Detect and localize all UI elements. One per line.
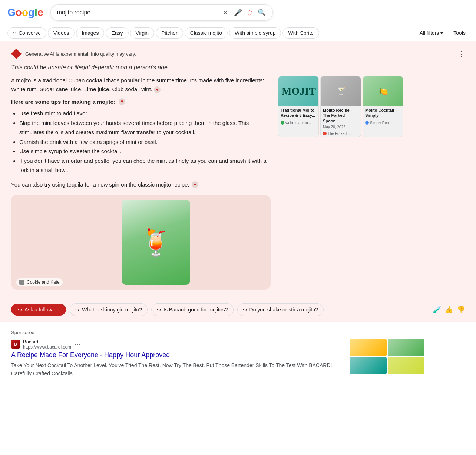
result-title-0: Traditional Mojito Recipe & 5 Easy... bbox=[278, 106, 318, 120]
ai-text-section: A mojito is a traditional Cuban cocktail… bbox=[11, 76, 271, 290]
search-icon: 🔍 bbox=[258, 9, 266, 17]
expand-tips-button[interactable]: ▾ bbox=[119, 98, 125, 105]
result-image-0: MOJIT bbox=[278, 76, 319, 106]
ad-description: Take Your Next Cocktail To Another Level… bbox=[11, 361, 343, 378]
lab-icon-button[interactable]: 🧪 bbox=[433, 306, 441, 314]
result-card-2[interactable]: 🍋 Mojito Cocktail - Simply... Simply Rec… bbox=[363, 76, 403, 137]
followup-bar: ↪ Ask a follow up ↪ What is skinny girl … bbox=[0, 297, 476, 322]
tip-item: If you don't have a mortar and pestle, y… bbox=[19, 156, 271, 175]
tab-images[interactable]: Images bbox=[76, 27, 104, 39]
ad-options-button[interactable]: ⋯ bbox=[74, 340, 81, 348]
spon-img-3 bbox=[388, 357, 424, 374]
ad-source: B Bacardi https://www.bacardi.com ⋯ bbox=[11, 339, 343, 350]
tab-with-simple-syrup[interactable]: With simple syrup bbox=[229, 27, 281, 39]
tabs-bar: ↪ Converse Videos Images Easy Virgin Pit… bbox=[0, 25, 476, 41]
result-title-2: Mojito Cocktail - Simply... bbox=[363, 106, 403, 120]
sponsored-content: B Bacardi https://www.bacardi.com ⋯ A Re… bbox=[11, 339, 465, 378]
tab-virgin[interactable]: Virgin bbox=[130, 27, 155, 39]
tip-item: Use fresh mint to add flavor. bbox=[19, 109, 271, 118]
result-image-1: 🍸 bbox=[321, 76, 361, 106]
thumbs-up-button[interactable]: 👍 bbox=[445, 306, 453, 314]
sponsored-text: B Bacardi https://www.bacardi.com ⋯ A Re… bbox=[11, 339, 343, 378]
tip-item: Garnish the drink with a few extra sprig… bbox=[19, 137, 271, 147]
ai-content: A mojito is a traditional Cuban cocktail… bbox=[11, 76, 465, 290]
tab-videos[interactable]: Videos bbox=[48, 27, 75, 39]
tip-item: Slap the mint leaves between your hands … bbox=[19, 118, 271, 137]
tab-easy[interactable]: Easy bbox=[106, 27, 128, 39]
followup-arrow-icon: ↪ bbox=[18, 307, 22, 313]
converse-icon: ↪ bbox=[13, 30, 17, 36]
credit-site-icon bbox=[19, 280, 24, 285]
advertiser-url: https://www.bacardi.com bbox=[23, 344, 71, 350]
chevron-down-icon: ▾ bbox=[440, 30, 443, 36]
tab-classic-mojito[interactable]: Classic mojito bbox=[185, 27, 228, 39]
advertiser-name: Bacardi bbox=[23, 339, 71, 344]
expand-footer-button[interactable]: ▾ bbox=[192, 181, 198, 188]
image-credit: Cookie and Kate bbox=[16, 278, 63, 286]
advertiser-icon: B bbox=[11, 340, 20, 349]
tab-with-sprite[interactable]: With Sprite bbox=[282, 27, 319, 39]
sponsored-image-grid[interactable] bbox=[350, 339, 424, 374]
ai-warning-text: This could be unsafe or illegal dependin… bbox=[11, 64, 465, 71]
suggestion-arrow-icon-2: ↪ bbox=[243, 307, 247, 313]
suggestion-btn-0[interactable]: ↪ What is skinny girl mojito? bbox=[70, 303, 148, 316]
tip-item: Use simple syrup to sweeten the cocktail… bbox=[19, 146, 271, 156]
image-strip: MOJIT Traditional Mojito Recipe & 5 Easy… bbox=[278, 76, 404, 137]
suggestion-btn-2[interactable]: ↪ Do you shake or stir a mojito? bbox=[237, 303, 324, 316]
result-date-1: May 20, 2022 bbox=[321, 125, 361, 131]
ai-disclaimer: Generative AI is experimental. Info qual… bbox=[25, 51, 454, 57]
tab-converse[interactable]: ↪ Converse bbox=[7, 27, 46, 39]
mic-icon: 🎤 bbox=[234, 9, 242, 17]
all-filters-button[interactable]: All filters ▾ bbox=[416, 28, 446, 38]
google-logo: Google bbox=[7, 7, 43, 19]
tips-heading: Here are some tips for making a mojito: … bbox=[11, 98, 271, 105]
thumbs-down-button[interactable]: 👎 bbox=[457, 306, 465, 314]
ai-result-images: MOJIT Traditional Mojito Recipe & 5 Easy… bbox=[278, 76, 404, 290]
result-source-1: The Forked ... bbox=[321, 131, 361, 137]
tab-pitcher[interactable]: Pitcher bbox=[156, 27, 183, 39]
ai-big-image[interactable]: 🍹 Cookie and Kate bbox=[11, 195, 271, 290]
lens-icon: ⬡ bbox=[247, 9, 252, 16]
ai-more-options-button[interactable]: ⋮ bbox=[457, 49, 465, 58]
ai-diamond-icon bbox=[11, 49, 22, 59]
ad-title-link[interactable]: A Recipe Made For Everyone - Happy Hour … bbox=[11, 351, 343, 359]
spon-img-2 bbox=[350, 357, 387, 374]
spon-img-0 bbox=[350, 339, 387, 356]
ask-followup-button[interactable]: ↪ Ask a follow up bbox=[11, 304, 66, 316]
suggestion-arrow-icon-1: ↪ bbox=[157, 307, 161, 313]
expand-main-text-button[interactable]: ▾ bbox=[154, 86, 161, 93]
result-card-1[interactable]: 🍸 Mojito Recipe - The Forked Spoon May 2… bbox=[320, 76, 361, 137]
clear-search-button[interactable]: ✕ bbox=[221, 8, 229, 17]
search-input[interactable] bbox=[57, 9, 218, 16]
header: Google ✕ 🎤 ⬡ 🔍 bbox=[0, 0, 476, 25]
ai-main-text: A mojito is a traditional Cuban cocktail… bbox=[11, 76, 271, 94]
tools-button[interactable]: Tools bbox=[450, 28, 469, 38]
sponsored-images bbox=[350, 339, 465, 374]
sponsored-section: Sponsored B Bacardi https://www.bacardi.… bbox=[0, 322, 476, 385]
spon-img-1 bbox=[388, 339, 424, 356]
result-title-1: Mojito Recipe - The Forked Spoon bbox=[321, 106, 361, 125]
result-image-2: 🍋 bbox=[363, 76, 403, 106]
result-card-0[interactable]: MOJIT Traditional Mojito Recipe & 5 Easy… bbox=[278, 76, 319, 137]
ai-panel: Generative AI is experimental. Info qual… bbox=[0, 41, 476, 297]
suggestion-arrow-icon-0: ↪ bbox=[75, 307, 80, 313]
tips-list: Use fresh mint to add flavor. Slap the m… bbox=[11, 109, 271, 175]
search-bar: ✕ 🎤 ⬡ 🔍 bbox=[50, 4, 273, 21]
voice-search-button[interactable]: 🎤 bbox=[233, 8, 243, 17]
lens-search-button[interactable]: ⬡ bbox=[247, 9, 253, 17]
ai-header: Generative AI is experimental. Info qual… bbox=[11, 49, 465, 59]
result-source-0: webrestauran... bbox=[278, 120, 318, 126]
result-source-2: Simply Reci... bbox=[363, 120, 403, 126]
credit-text: Cookie and Kate bbox=[27, 280, 60, 285]
ai-footer-text: You can also try using tequila for a new… bbox=[11, 180, 271, 189]
search-button[interactable]: 🔍 bbox=[257, 8, 267, 17]
sponsored-label: Sponsored bbox=[11, 330, 465, 335]
suggestion-btn-1[interactable]: ↪ Is Bacardi good for mojitos? bbox=[151, 303, 234, 316]
